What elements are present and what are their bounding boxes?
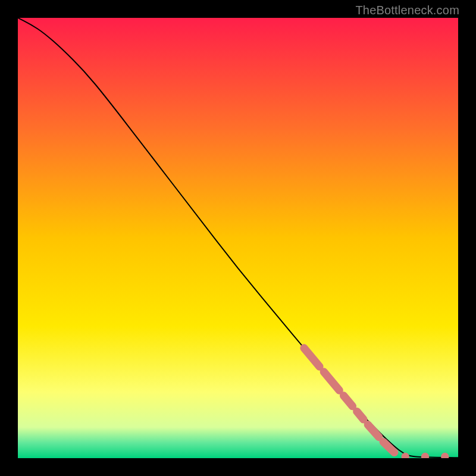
branding-text: TheBottleneck.com bbox=[355, 4, 459, 17]
chart-svg bbox=[18, 18, 458, 458]
marker-segment bbox=[357, 412, 364, 419]
gradient-background bbox=[18, 18, 458, 458]
chart-container bbox=[18, 18, 458, 458]
outer-frame: TheBottleneck.com bbox=[0, 0, 476, 476]
